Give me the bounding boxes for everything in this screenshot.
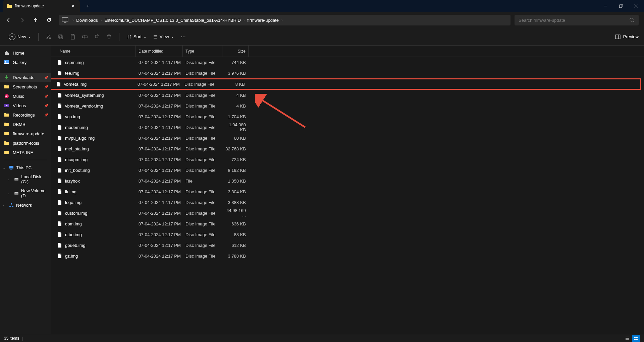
file-row[interactable]: mcupm.img 07-04-2024 12:17 PM Disc Image… — [51, 154, 644, 165]
sidebar-item-label: Music — [13, 94, 24, 99]
chevron-icon[interactable]: › — [8, 192, 12, 195]
svg-point-9 — [47, 38, 48, 39]
minimize-button[interactable] — [598, 0, 613, 12]
maximize-button[interactable] — [613, 0, 629, 12]
new-tab-button[interactable]: + — [83, 1, 93, 11]
file-row[interactable]: mvpu_algo.img 07-04-2024 12:17 PM Disc I… — [51, 133, 644, 143]
chevron-icon[interactable]: › — [3, 203, 7, 207]
sidebar-item-home[interactable]: Home — [0, 48, 51, 58]
delete-button[interactable] — [103, 31, 115, 43]
details-view-toggle[interactable] — [632, 335, 640, 342]
file-row[interactable]: vbmeta_vendor.img 07-04-2024 12:17 PM Di… — [51, 100, 644, 111]
file-name: vbmeta_system.img — [65, 93, 104, 98]
more-button[interactable]: ⋯ — [177, 31, 189, 43]
breadcrumb-item[interactable]: EliteRomLite_DUCHAMP_OS1.0.13.0_ChinaSta… — [104, 18, 241, 23]
sidebar-item-meta-inf[interactable]: META-INF — [0, 148, 51, 157]
file-row[interactable]: tee.img 07-04-2024 12:17 PM Disc Image F… — [51, 68, 644, 78]
sidebar-tree-label: This PC — [16, 165, 32, 170]
pc-icon — [9, 165, 14, 170]
sort-button[interactable]: Sort ⌄ — [123, 32, 150, 41]
file-row[interactable]: gpueb.img 07-04-2024 12:17 PM Disc Image… — [51, 240, 644, 251]
file-type: Disc Image File — [183, 104, 222, 109]
file-date: 07-04-2024 12:17 PM — [136, 211, 183, 216]
file-size: 60 KB — [222, 136, 249, 141]
file-type: Disc Image File — [183, 146, 222, 151]
sidebar-item-gallery[interactable]: Gallery — [0, 58, 51, 67]
chevron-icon[interactable]: ⌄ — [3, 166, 7, 169]
tab-active[interactable]: firmware-update ✕ — [3, 0, 80, 12]
file-row[interactable]: modem.img 07-04-2024 12:17 PM Disc Image… — [51, 122, 644, 133]
statusbar: 35 items | — [0, 334, 644, 342]
close-button[interactable] — [629, 0, 644, 12]
file-row[interactable]: vcp.img 07-04-2024 12:17 PM Disc Image F… — [51, 111, 644, 122]
file-row[interactable]: logo.img 07-04-2024 12:17 PM Disc Image … — [51, 197, 644, 208]
file-date: 07-04-2024 12:17 PM — [136, 232, 183, 237]
file-type: Disc Image File — [183, 93, 222, 98]
gallery-icon — [4, 60, 9, 65]
file-row[interactable]: gz.img 07-04-2024 12:17 PM Disc Image Fi… — [51, 251, 644, 261]
sidebar-item-music[interactable]: Music📌 — [0, 91, 51, 101]
svg-line-8 — [633, 21, 634, 22]
file-icon — [57, 221, 62, 226]
file-row[interactable]: vbmeta_system.img 07-04-2024 12:17 PM Di… — [51, 90, 644, 100]
header-date[interactable]: Date modified — [136, 46, 183, 57]
file-name: vbmeta.img — [64, 82, 87, 87]
file-size: 4 KB — [222, 93, 249, 98]
up-button[interactable] — [30, 14, 42, 26]
file-row[interactable]: lk.img 07-04-2024 12:17 PM Disc Image Fi… — [51, 186, 644, 197]
breadcrumb-item[interactable]: Downloads — [76, 18, 98, 23]
disk-icon — [14, 191, 19, 196]
file-row[interactable]: init_boot.img 07-04-2024 12:17 PM Disc I… — [51, 165, 644, 176]
file-date: 07-04-2024 12:17 PM — [136, 189, 183, 194]
chevron-icon[interactable]: › — [8, 178, 12, 181]
view-icon — [153, 35, 158, 39]
pin-icon: 📌 — [44, 76, 48, 79]
file-row[interactable]: vbmeta.img 07-04-2024 12:17 PM Disc Imag… — [51, 78, 641, 90]
rename-button[interactable] — [79, 31, 91, 43]
share-button[interactable] — [91, 31, 103, 43]
cut-button[interactable] — [43, 31, 55, 43]
header-type[interactable]: Type — [183, 46, 222, 57]
file-date: 07-04-2024 12:17 PM — [136, 60, 183, 65]
file-row[interactable]: sspm.img 07-04-2024 12:17 PM Disc Image … — [51, 57, 644, 68]
file-type: Disc Image File — [183, 60, 222, 65]
view-button[interactable]: View ⌄ — [150, 32, 177, 41]
close-tab-icon[interactable]: ✕ — [70, 3, 76, 9]
breadcrumb-item[interactable]: firmware-update — [247, 18, 279, 23]
sidebar-tree-network[interactable]: › Network — [0, 200, 51, 210]
file-row[interactable]: custom.img 07-04-2024 12:17 PM Disc Imag… — [51, 208, 644, 218]
file-size: 636 KB — [222, 221, 249, 226]
forward-button[interactable] — [16, 14, 28, 26]
list-view-toggle[interactable] — [623, 335, 631, 342]
file-size: 32,768 KB — [222, 146, 249, 151]
preview-button[interactable]: Preview — [615, 34, 639, 40]
sidebar-item-videos[interactable]: Videos📌 — [0, 101, 51, 110]
copy-button[interactable] — [55, 31, 67, 43]
sidebar-item-dbms[interactable]: DBMS — [0, 120, 51, 129]
sidebar-item-label: Screenshots — [13, 84, 37, 89]
sidebar-item-recordings[interactable]: Recordings📌 — [0, 110, 51, 120]
sidebar-tree-local-disk--c--[interactable]: › Local Disk (C:) — [0, 172, 51, 186]
refresh-button[interactable] — [43, 14, 55, 26]
file-row[interactable]: dtbo.img 07-04-2024 12:17 PM Disc Image … — [51, 229, 644, 240]
search-input[interactable] — [519, 18, 629, 23]
svg-rect-17 — [83, 36, 87, 38]
sidebar-item-platform-tools[interactable]: platform-tools — [0, 138, 51, 148]
header-name[interactable]: Name — [51, 46, 136, 57]
sidebar-tree-new-volume--d[interactable]: › New Volume (D — [0, 186, 51, 200]
search-box[interactable] — [515, 15, 639, 25]
svg-rect-1 — [619, 5, 622, 8]
sidebar-item-downloads[interactable]: Downloads📌 — [0, 73, 51, 82]
file-row[interactable]: lazybox 07-04-2024 12:17 PM File 1,358 K… — [51, 176, 644, 186]
file-icon — [57, 92, 62, 98]
file-row[interactable]: mcf_ota.img 07-04-2024 12:17 PM Disc Ima… — [51, 143, 644, 154]
breadcrumb[interactable]: › Downloads › EliteRomLite_DUCHAMP_OS1.0… — [59, 15, 511, 25]
sidebar-tree-this-pc[interactable]: ⌄ This PC — [0, 163, 51, 172]
back-button[interactable] — [3, 14, 15, 26]
new-button[interactable]: + New ⌄ — [5, 31, 34, 42]
sidebar-item-firmware-update[interactable]: firmware-update — [0, 129, 51, 138]
header-size[interactable]: Size — [222, 46, 249, 57]
sidebar-item-screenshots[interactable]: Screenshots📌 — [0, 82, 51, 91]
file-row[interactable]: dpm.img 07-04-2024 12:17 PM Disc Image F… — [51, 218, 644, 229]
paste-button[interactable] — [67, 31, 79, 43]
